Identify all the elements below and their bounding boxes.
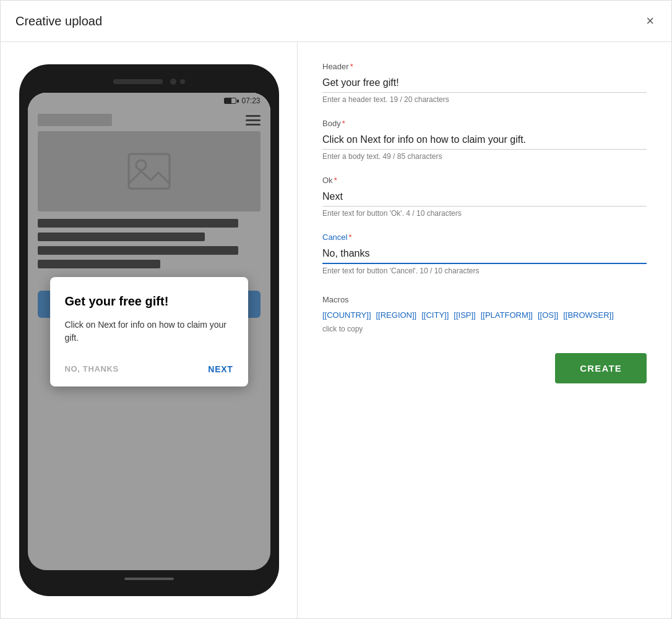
body-label: Body*	[322, 119, 647, 128]
cancel-input[interactable]	[322, 245, 647, 264]
home-bar	[124, 578, 174, 580]
create-button[interactable]: CREATE	[555, 353, 647, 383]
phone-frame: 07:23	[19, 64, 279, 596]
phone-camera	[170, 79, 176, 85]
phone-modal-buttons: NO, THANKS NEXT	[65, 359, 233, 374]
macro-isp[interactable]: [[ISP]]	[454, 310, 475, 320]
macros-section: Macros [[COUNTRY]] [[REGION]] [[CITY]] […	[322, 295, 647, 333]
macros-label: Macros	[322, 295, 647, 304]
header-field-group: Header* Enter a header text. 19 / 20 cha…	[322, 62, 647, 104]
macro-region[interactable]: [[REGION]]	[376, 310, 417, 320]
cancel-label: Cancel*	[322, 233, 647, 242]
phone-modal-title: Get your free gift!	[65, 294, 233, 309]
header-input[interactable]	[322, 75, 647, 93]
macros-tags: [[COUNTRY]] [[REGION]] [[CITY]] [[ISP]] …	[322, 310, 647, 320]
macro-city[interactable]: [[CITY]]	[421, 310, 449, 320]
ok-field-group: Ok* Enter text for button 'Ok'. 4 / 10 c…	[322, 176, 647, 218]
phone-modal-body: Click on Next for info on how to claim y…	[65, 318, 233, 344]
phone-modal-ok-btn: NEXT	[208, 364, 233, 374]
click-to-copy-hint: click to copy	[322, 325, 647, 333]
body-field-group: Body* Enter a body text. 49 / 85 charact…	[322, 119, 647, 161]
body-input[interactable]	[322, 132, 647, 150]
close-button[interactable]: ×	[644, 12, 657, 30]
cancel-hint: Enter text for button 'Cancel'. 10 / 10 …	[322, 267, 647, 275]
macro-country[interactable]: [[COUNTRY]]	[322, 310, 371, 320]
macro-browser[interactable]: [[BROWSER]]	[563, 310, 614, 320]
ok-hint: Enter text for button 'Ok'. 4 / 10 chara…	[322, 209, 647, 218]
phone-speaker	[113, 79, 163, 84]
phone-notch	[28, 73, 270, 90]
home-indicator	[28, 570, 270, 587]
ok-label: Ok*	[322, 176, 647, 185]
dialog-title: Creative upload	[15, 14, 102, 28]
phone-modal-cancel-btn: NO, THANKS	[65, 364, 119, 374]
creative-upload-dialog: Creative upload ×	[0, 0, 672, 619]
dialog-header: Creative upload ×	[1, 1, 671, 42]
form-panel: Header* Enter a header text. 19 / 20 cha…	[298, 42, 671, 618]
phone-preview-panel: 07:23	[1, 42, 298, 618]
cancel-field-group: Cancel* Enter text for button 'Cancel'. …	[322, 233, 647, 275]
macro-os[interactable]: [[OS]]	[538, 310, 558, 320]
phone-dot	[180, 79, 185, 84]
bottom-row: CREATE	[322, 353, 647, 383]
dialog-body: 07:23	[1, 42, 671, 618]
phone-modal-overlay: Get your free gift! Click on Next for in…	[28, 93, 270, 570]
macro-platform[interactable]: [[PLATFORM]]	[481, 310, 533, 320]
header-hint: Enter a header text. 19 / 20 characters	[322, 95, 647, 104]
ok-input[interactable]	[322, 189, 647, 207]
body-hint: Enter a body text. 49 / 85 characters	[322, 152, 647, 161]
phone-modal: Get your free gift! Click on Next for in…	[50, 277, 248, 386]
header-label: Header*	[322, 62, 647, 71]
phone-screen: 07:23	[28, 93, 270, 570]
